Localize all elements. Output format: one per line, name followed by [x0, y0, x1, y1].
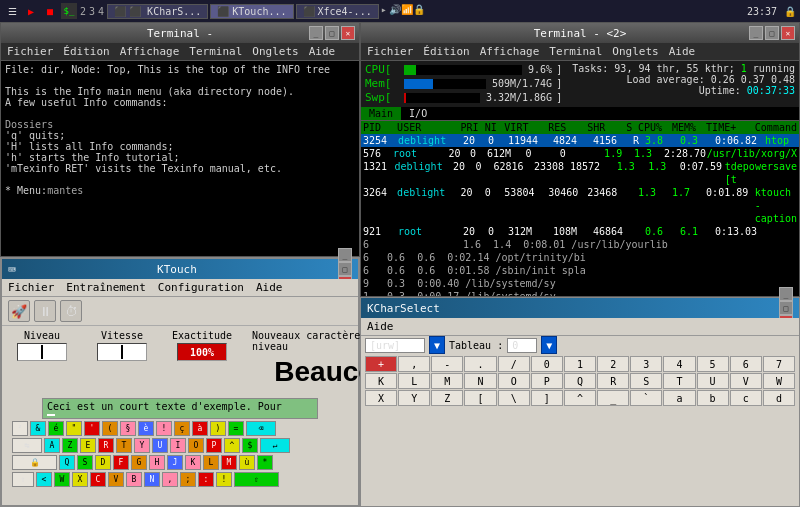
key-quote[interactable]: "	[66, 421, 82, 436]
char-5[interactable]: 5	[697, 356, 729, 372]
kchar-menu-aide[interactable]: Aide	[367, 320, 394, 333]
char-O[interactable]: O	[498, 373, 530, 389]
key-semi[interactable]: ;	[180, 472, 196, 487]
key-r[interactable]: R	[98, 438, 114, 453]
key-m[interactable]: M	[221, 455, 237, 470]
t2-close[interactable]: ✕	[781, 26, 795, 40]
key-z[interactable]: Z	[62, 438, 78, 453]
t2-menu-affichage[interactable]: Affichage	[480, 45, 540, 58]
key-tab[interactable]: ↹	[12, 438, 42, 453]
play-icon[interactable]: ▶	[23, 3, 39, 19]
char-S[interactable]: S	[630, 373, 662, 389]
char-W[interactable]: W	[763, 373, 795, 389]
menu-aide[interactable]: Aide	[309, 45, 336, 58]
key-lt[interactable]: <	[36, 472, 52, 487]
ktouch-menu-configuration[interactable]: Configuration	[158, 281, 244, 294]
key-a[interactable]: A	[44, 438, 60, 453]
kcharselect-font-dropdown[interactable]: [urw]	[365, 338, 425, 353]
menu-edition[interactable]: Édition	[63, 45, 109, 58]
char-b[interactable]: b	[697, 390, 729, 406]
key-lshift[interactable]: ⇧	[12, 472, 34, 487]
taskbar-app-ktouch[interactable]: ⬛ KTouch...	[210, 4, 293, 19]
char-rbracket[interactable]: ]	[531, 390, 563, 406]
process-row-8[interactable]: 9 0.3 0:00.40 /lib/systemd/sy	[361, 277, 799, 290]
kcharselect-minimize[interactable]: _	[779, 287, 793, 301]
key-s[interactable]: S	[77, 455, 93, 470]
key-paren[interactable]: (	[102, 421, 118, 436]
char-backtick[interactable]: `	[630, 390, 662, 406]
char-lbracket[interactable]: [	[464, 390, 496, 406]
key-caret[interactable]: ^	[224, 438, 240, 453]
key-n[interactable]: N	[144, 472, 160, 487]
char-plus[interactable]: +	[365, 356, 397, 372]
t2-menu-aide[interactable]: Aide	[669, 45, 696, 58]
char-c[interactable]: c	[730, 390, 762, 406]
char-N[interactable]: N	[464, 373, 496, 389]
tab-main[interactable]: Main	[361, 107, 401, 120]
key-d[interactable]: D	[95, 455, 111, 470]
char-2[interactable]: 2	[597, 356, 629, 372]
process-row-1[interactable]: 576 root 20 0 612M 0 0 1.9 1.3 2:28.70 /…	[361, 147, 799, 160]
char-under[interactable]: _	[597, 390, 629, 406]
char-Z[interactable]: Z	[431, 390, 463, 406]
minimize-button[interactable]: _	[309, 26, 323, 40]
key-t[interactable]: T	[116, 438, 132, 453]
char-dot[interactable]: .	[464, 356, 496, 372]
key-g[interactable]: G	[131, 455, 147, 470]
process-row-5[interactable]: 6 1.6 1.4 0:08.01 /usr/lib/yourlib	[361, 238, 799, 251]
key-c[interactable]: C	[90, 472, 106, 487]
process-row-4[interactable]: 921 root 20 0 312M 108M 46864 0.6 6.1 0:…	[361, 225, 799, 238]
key-cparen[interactable]: )	[210, 421, 226, 436]
char-P[interactable]: P	[531, 373, 563, 389]
key-i[interactable]: I	[170, 438, 186, 453]
key-dollar[interactable]: $	[242, 438, 258, 453]
process-row-0[interactable]: 3254 deblight 20 0 11944 4824 4156 R 3.8…	[361, 134, 799, 147]
ktouch-pause-btn[interactable]: ⏸	[34, 300, 56, 322]
key-y[interactable]: Y	[134, 438, 150, 453]
char-minus[interactable]: -	[431, 356, 463, 372]
key-h[interactable]: H	[149, 455, 165, 470]
key-ugrave[interactable]: ù	[239, 455, 255, 470]
key-j[interactable]: J	[167, 455, 183, 470]
shell-icon[interactable]: $_	[61, 3, 77, 19]
key-l[interactable]: L	[203, 455, 219, 470]
key-backspace[interactable]: ⌫	[246, 421, 276, 436]
key-f[interactable]: F	[113, 455, 129, 470]
char-a[interactable]: a	[663, 390, 695, 406]
menu-terminal[interactable]: Terminal	[189, 45, 242, 58]
maximize-button[interactable]: □	[325, 26, 339, 40]
key-x[interactable]: X	[72, 472, 88, 487]
key-agrave[interactable]: à	[192, 421, 208, 436]
char-V[interactable]: V	[730, 373, 762, 389]
key-comma[interactable]: ,	[162, 472, 178, 487]
key-amp[interactable]: &	[30, 421, 46, 436]
close-button[interactable]: ✕	[341, 26, 355, 40]
menu-fichier[interactable]: Fichier	[7, 45, 53, 58]
char-K[interactable]: K	[365, 373, 397, 389]
key-eq[interactable]: =	[228, 421, 244, 436]
key-v[interactable]: V	[108, 472, 124, 487]
key-e[interactable]: E	[80, 438, 96, 453]
key-excl[interactable]: !	[156, 421, 172, 436]
process-row-9[interactable]: 1 0.3 0:00.17 /lib/systemd/sy	[361, 290, 799, 296]
ktouch-menu-aide[interactable]: Aide	[256, 281, 283, 294]
key-p[interactable]: P	[206, 438, 222, 453]
key-capslock[interactable]: 🔒	[12, 455, 57, 470]
char-Y[interactable]: Y	[398, 390, 430, 406]
char-3[interactable]: 3	[630, 356, 662, 372]
key-q[interactable]: Q	[59, 455, 75, 470]
char-comma[interactable]: ,	[398, 356, 430, 372]
stop-icon[interactable]: ■	[42, 3, 58, 19]
char-U[interactable]: U	[697, 373, 729, 389]
char-T[interactable]: T	[663, 373, 695, 389]
key-colon[interactable]: :	[198, 472, 214, 487]
process-row-7[interactable]: 6 0.6 0.6 0:01.58 /sbin/init spla	[361, 264, 799, 277]
key-b[interactable]: B	[126, 472, 142, 487]
ktouch-minimize[interactable]: _	[338, 248, 352, 262]
char-caret[interactable]: ^	[564, 390, 596, 406]
ktouch-rocket-btn[interactable]: 🚀	[8, 300, 30, 322]
char-d[interactable]: d	[763, 390, 795, 406]
key-ccedil[interactable]: ç	[174, 421, 190, 436]
key-star[interactable]: *	[257, 455, 273, 470]
taskbar-app-kcharselect[interactable]: ⬛ ⬛ KCharS...	[107, 4, 208, 19]
